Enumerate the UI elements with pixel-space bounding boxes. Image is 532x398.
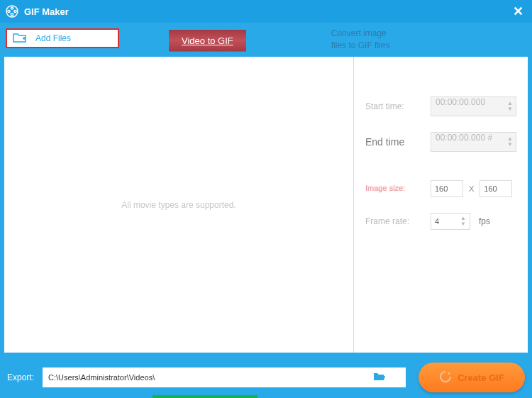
add-files-label: Add Files — [35, 33, 71, 43]
frame-rate-spinner[interactable]: ▲ ▼ — [459, 214, 467, 228]
content-area: All movie types are supported. Start tim… — [0, 57, 532, 357]
svg-point-2 — [14, 10, 16, 12]
create-gif-button[interactable]: Create GIF — [419, 363, 525, 392]
tab-video-to-gif[interactable]: Video to GIF — [169, 30, 246, 51]
svg-point-1 — [11, 7, 13, 9]
end-time-value: 00:00:00.000 # — [436, 133, 492, 143]
add-files-button[interactable]: Add Files — [6, 28, 119, 48]
chevron-down-icon[interactable]: ▼ — [459, 221, 467, 227]
chevron-down-icon[interactable]: ▼ — [506, 106, 514, 112]
frame-rate-label: Frame rate: — [365, 216, 431, 226]
start-time-spinner[interactable]: ▲ ▼ — [506, 99, 514, 114]
end-time-spinner[interactable]: ▲ ▼ — [506, 134, 514, 150]
end-time-label: End time — [365, 136, 431, 148]
svg-point-3 — [11, 13, 13, 16]
close-icon: ✕ — [513, 4, 523, 19]
svg-point-4 — [8, 10, 10, 12]
settings-panel: Start time: 00:00:00.000 ▲ ▼ End time 00… — [353, 57, 528, 353]
size-separator: X — [469, 184, 474, 193]
search-icon[interactable] — [390, 370, 403, 385]
svg-line-6 — [399, 379, 402, 382]
tab-convert-images[interactable]: Convert image files to GIF files — [317, 23, 404, 57]
window-title: GIF Maker — [24, 6, 69, 17]
start-time-label: Start time: — [365, 101, 431, 111]
frame-rate-row: Frame rate: ▲ ▼ fps — [365, 213, 516, 230]
drop-placeholder-text: All movie types are supported. — [121, 200, 235, 210]
start-time-input[interactable]: 00:00:00.000 ▲ ▼ — [431, 96, 516, 116]
video-drop-panel[interactable]: All movie types are supported. — [4, 57, 353, 353]
image-size-row: Image size: X — [365, 180, 516, 197]
end-time-row: End time 00:00:00.000 # ▲ ▼ — [365, 132, 516, 152]
app-window: GIF Maker ✕ Add Files Video to GIF Conve… — [0, 0, 532, 398]
active-tab-indicator — [153, 395, 257, 398]
end-time-input[interactable]: 00:00:00.000 # ▲ ▼ — [431, 132, 516, 152]
titlebar: GIF Maker — [0, 0, 532, 23]
add-files-icon — [13, 32, 27, 45]
height-input[interactable] — [480, 180, 512, 197]
start-time-value: 00:00:00.000 — [436, 97, 485, 107]
toolbar-tabs: Add Files Video to GIF Convert image fil… — [0, 23, 532, 57]
tab-convert-line1: Convert image — [331, 28, 387, 40]
image-size-label: Image size: — [365, 184, 431, 193]
export-path-field[interactable]: C:\Users\Administrator\Videos\ — [43, 367, 406, 387]
chevron-down-icon[interactable]: ▼ — [506, 142, 514, 148]
width-input[interactable] — [431, 180, 463, 197]
export-label: Export: — [7, 372, 34, 382]
tab-convert-line2: files to GIF files — [331, 40, 390, 52]
close-button[interactable]: ✕ — [511, 4, 525, 18]
svg-point-5 — [392, 372, 399, 380]
export-path-text: C:\Users\Administrator\Videos\ — [48, 373, 155, 382]
film-reel-icon — [6, 5, 18, 18]
footer-bar: Export: C:\Users\Administrator\Videos\ — [0, 357, 532, 398]
tab-video-label: Video to GIF — [182, 35, 233, 46]
start-time-row: Start time: 00:00:00.000 ▲ ▼ — [365, 96, 516, 116]
create-gif-label: Create GIF — [458, 372, 504, 383]
folder-open-icon[interactable] — [373, 372, 386, 383]
fps-label: fps — [479, 216, 490, 226]
refresh-icon — [439, 370, 452, 385]
